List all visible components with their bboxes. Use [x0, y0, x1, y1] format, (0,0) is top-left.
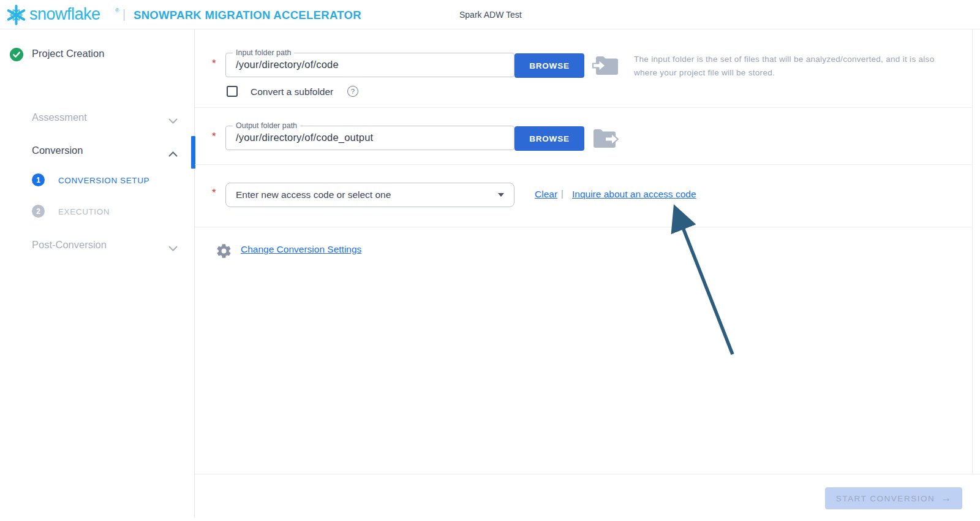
question-mark: ?: [351, 88, 355, 95]
navigation-sidebar: Project Creation Assessment Conversion 1…: [0, 29, 195, 518]
annotation-arrow-icon: [643, 196, 772, 368]
header-divider: |: [123, 7, 126, 21]
step-number-badge: 2: [32, 205, 45, 218]
inquire-access-code-link[interactable]: Inquire about an access code: [572, 189, 696, 200]
start-conversion-button[interactable]: START CONVERSION →: [825, 487, 962, 509]
output-folder-path-label: Output folder path: [233, 122, 300, 130]
folder-arrow-in-icon: [592, 55, 620, 79]
input-folder-help-text: The input folder is the set of files tha…: [634, 53, 940, 80]
snowflake-logo-icon: [5, 4, 28, 29]
snowpark-migration-accelerator-app: snowflake ® | SNOWPARK MIGRATION ACCELER…: [0, 0, 980, 521]
chevron-down-icon: [168, 115, 178, 126]
sidebar-item-label: Project Creation: [32, 48, 104, 59]
caret-down-icon: [498, 193, 504, 197]
folder-arrow-out-icon: [592, 127, 621, 152]
input-folder-path-label: Input folder path: [233, 49, 294, 57]
sidebar-item-label: CONVERSION SETUP: [58, 176, 149, 185]
section-divider: [195, 107, 973, 108]
required-asterisk: *: [212, 187, 216, 199]
content-right-border: [972, 29, 973, 474]
gear-icon: [216, 243, 232, 262]
chevron-up-icon: [168, 148, 178, 159]
sidebar-item-label: Post-Conversion: [32, 239, 107, 251]
sidebar-item-conversion[interactable]: Conversion: [0, 143, 195, 159]
access-code-select[interactable]: Enter new access code or select one: [225, 183, 514, 207]
output-folder-path-field[interactable]: Output folder path /your/directory/of/co…: [225, 122, 514, 150]
brand-wordmark: snowflake: [29, 5, 100, 24]
input-folder-path-value[interactable]: /your/directory/of/code: [226, 57, 514, 70]
registered-mark: ®: [115, 7, 119, 13]
convert-subfolder-label: Convert a subfolder: [251, 86, 333, 97]
sidebar-item-conversion-setup[interactable]: 1 CONVERSION SETUP: [0, 173, 195, 187]
chevron-down-icon: [168, 243, 178, 254]
convert-subfolder-checkbox[interactable]: [227, 86, 238, 97]
output-folder-path-value[interactable]: /your/directory/of/code_output: [226, 130, 514, 143]
change-conversion-settings-link[interactable]: Change Conversion Settings: [241, 244, 361, 255]
section-divider: [195, 227, 973, 227]
access-code-placeholder: Enter new access code or select one: [236, 189, 498, 200]
output-browse-button[interactable]: BROWSE: [514, 126, 584, 151]
app-header: snowflake ® | SNOWPARK MIGRATION ACCELER…: [0, 0, 980, 29]
sidebar-item-post-conversion[interactable]: Post-Conversion: [0, 238, 195, 254]
clear-link[interactable]: Clear: [535, 189, 557, 200]
sidebar-item-assessment[interactable]: Assessment: [0, 110, 195, 126]
sidebar-item-label: Conversion: [32, 145, 83, 156]
required-asterisk: *: [212, 58, 216, 70]
question-circle-icon[interactable]: ?: [347, 86, 358, 97]
section-divider: [195, 164, 973, 165]
project-name: Spark ADW Test: [459, 10, 522, 20]
input-browse-button[interactable]: BROWSE: [514, 53, 584, 78]
sidebar-item-label: EXECUTION: [58, 207, 110, 216]
sidebar-item-project-creation[interactable]: Project Creation: [0, 46, 195, 63]
sidebar-item-execution[interactable]: 2 EXECUTION: [0, 205, 195, 218]
arrow-right-icon: →: [941, 492, 951, 504]
sidebar-item-label: Assessment: [32, 112, 87, 123]
required-asterisk: *: [212, 131, 216, 143]
check-circle-icon: [10, 48, 23, 64]
footer-divider: [195, 474, 980, 474]
app-title: SNOWPARK MIGRATION ACCELERATOR: [134, 9, 361, 22]
start-conversion-label: START CONVERSION: [836, 494, 935, 503]
input-folder-path-field[interactable]: Input folder path /your/directory/of/cod…: [225, 49, 514, 77]
links-separator: |: [561, 189, 564, 199]
step-number-badge: 1: [32, 173, 45, 186]
